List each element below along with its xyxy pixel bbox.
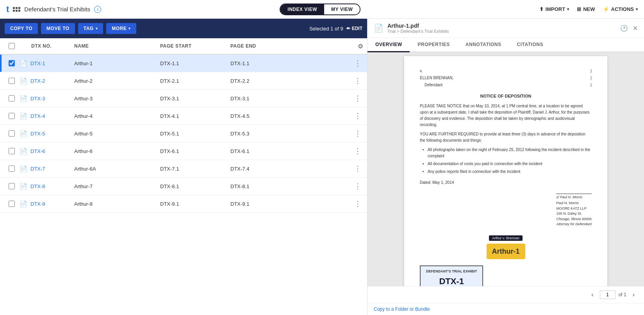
- row-menu-button[interactable]: ⋮: [352, 77, 363, 85]
- exhibits-table: DTX NO. NAME PAGE START PAGE END ⚙ 📄 DTX…: [0, 38, 367, 315]
- row-page-end-col: DTX-3.1: [230, 96, 301, 101]
- signature-block: s/ Paul N. Morris Paul N. Morris MOORE K…: [420, 194, 592, 227]
- row-menu-button[interactable]: ⋮: [352, 94, 363, 103]
- row-menu-button[interactable]: ⋮: [352, 59, 363, 68]
- row-name-col: Arthur-7: [74, 183, 160, 189]
- doc-file-icon: 📄: [20, 148, 27, 155]
- file-details: Arthur-1.pdf Trial > Defendant's Trial E…: [387, 23, 449, 34]
- left-panel: COPY TO MOVE TO TAG ▾ MORE ▾ Selected 1 …: [0, 19, 367, 315]
- import-chevron-icon: ▾: [567, 7, 569, 11]
- document-page: v. ) ELLEN BRENNAN, ) Defendant ) NOTICE…: [404, 56, 607, 286]
- exhibit-name-label: Arthur-1: [487, 244, 525, 260]
- import-button[interactable]: ⬆ IMPORT ▾: [539, 6, 569, 12]
- row-checkbox-0[interactable]: [9, 60, 15, 66]
- lightning-icon: ⚡: [603, 6, 609, 12]
- close-button[interactable]: ✕: [633, 25, 638, 32]
- row-dtx-col: 📄 DTX-2: [20, 77, 74, 85]
- row-checkbox-8[interactable]: [9, 201, 15, 207]
- dtx-id: DTX-9: [30, 201, 45, 207]
- row-checkbox-7[interactable]: [9, 183, 15, 189]
- doc-para2: YOU ARE FURTHER REQUIRED to provide at l…: [420, 131, 592, 144]
- dtx-no-header: DTX NO.: [20, 43, 74, 49]
- sig-name: s/ Paul N. Morris: [556, 194, 592, 200]
- dtx-stamp-wrapper: DEFENDANT'S TRIAL EXHIBIT DTX-1 No. 14-C…: [420, 265, 592, 286]
- row-page-end-col: DTX-4.5: [230, 113, 301, 119]
- file-breadcrumb: Trial > Defendant's Trial Exhibits: [387, 29, 449, 34]
- row-checkbox-col: [4, 113, 20, 119]
- file-info: 📄 Arthur-1.pdf Trial > Defendant's Trial…: [374, 23, 449, 34]
- row-dtx-col: 📄 DTX-3: [20, 95, 74, 102]
- page-start-header: PAGE START: [160, 43, 230, 49]
- row-checkbox-col: [4, 183, 20, 189]
- table-row[interactable]: 📄 DTX-9 Arthur-8 DTX-9.1 DTX-9.1 ⋮: [0, 195, 367, 213]
- header-checkbox-col: [4, 43, 20, 49]
- row-checkbox-4[interactable]: [9, 130, 15, 137]
- row-name-col: Arthur-4: [74, 113, 160, 119]
- tab-properties[interactable]: PROPERTIES: [410, 38, 457, 52]
- view-toggle-group: INDEX VIEW MY VIEW: [280, 4, 360, 15]
- row-name-col: Arthur-6: [74, 148, 160, 154]
- actions-chevron-icon: ▾: [636, 7, 638, 11]
- row-menu-button[interactable]: ⋮: [352, 129, 363, 138]
- actions-button[interactable]: ⚡ ACTIONS ▾: [603, 6, 638, 12]
- table-row[interactable]: 📄 DTX-4 Arthur-4 DTX-4.1 DTX-4.5 ⋮: [0, 107, 367, 125]
- row-name-col: Arthur-5: [74, 131, 160, 137]
- info-icon[interactable]: i: [94, 6, 101, 13]
- new-label: NEW: [583, 6, 595, 12]
- table-row[interactable]: 📄 DTX-1 Arthur-1 DTX-1.1 DTX-1.1 ⋮: [0, 55, 367, 72]
- row-menu-button[interactable]: ⋮: [352, 199, 363, 208]
- row-menu-button[interactable]: ⋮: [352, 182, 363, 190]
- row-menu-button[interactable]: ⋮: [352, 164, 363, 173]
- prev-page-button[interactable]: ‹: [588, 290, 596, 300]
- next-page-button[interactable]: ›: [630, 290, 638, 300]
- table-row[interactable]: 📄 DTX-5 Arthur-5 DTX-5.1 DTX-5.3 ⋮: [0, 125, 367, 142]
- row-checkbox-1[interactable]: [9, 78, 15, 84]
- row-dtx-col: 📄 DTX-6: [20, 148, 74, 155]
- row-name-col: Arthur-2: [74, 78, 160, 84]
- paren3: ): [590, 82, 592, 88]
- move-to-button[interactable]: MOVE TO: [41, 23, 75, 34]
- main-content: COPY TO MOVE TO TAG ▾ MORE ▾ Selected 1 …: [0, 19, 644, 315]
- defendant-name: ELLEN BRENNAN,: [420, 75, 453, 81]
- row-menu-button[interactable]: ⋮: [352, 147, 363, 155]
- tab-citations[interactable]: CITATIONS: [509, 38, 551, 52]
- tab-overview[interactable]: OVERVIEW: [367, 38, 410, 52]
- import-label: IMPORT: [546, 6, 566, 12]
- edit-button[interactable]: ✏ EDIT: [346, 26, 362, 31]
- tag-button[interactable]: TAG ▾: [78, 23, 103, 34]
- row-checkbox-2[interactable]: [9, 95, 15, 101]
- table-row[interactable]: 📄 DTX-2 Arthur-2 DTX-2.1 DTX-2.2 ⋮: [0, 72, 367, 90]
- doc-file-icon: 📄: [20, 183, 27, 190]
- doc-bullet2: All documentation of costs you paid in c…: [428, 161, 592, 167]
- history-button[interactable]: 🕐: [620, 25, 628, 32]
- row-menu-col: ⋮: [301, 77, 363, 85]
- row-checkbox-6[interactable]: [9, 166, 15, 172]
- signature-lines: s/ Paul N. Morris Paul N. Morris MOORE K…: [556, 194, 592, 227]
- sig-line3: 100 N. Daley St.: [556, 211, 592, 217]
- grid-icon: [13, 7, 20, 12]
- row-page-start-col: DTX-3.1: [160, 96, 230, 101]
- row-page-end-col: DTX-9.1: [230, 201, 301, 207]
- more-button[interactable]: MORE ▾: [106, 23, 136, 34]
- row-menu-button[interactable]: ⋮: [352, 112, 363, 120]
- stamp-number: DTX-1: [426, 274, 477, 286]
- row-name-col: Arthur-1: [74, 61, 160, 66]
- table-row[interactable]: 📄 DTX-8 Arthur-7 DTX-8.1 DTX-8.1 ⋮: [0, 178, 367, 195]
- actions-label: ACTIONS: [611, 6, 634, 12]
- tab-annotations[interactable]: ANNOTATIONS: [458, 38, 509, 52]
- new-button[interactable]: ⊞ NEW: [577, 6, 595, 12]
- settings-gear-button[interactable]: ⚙: [358, 43, 363, 50]
- copy-folder-link[interactable]: Copy to a Folder or Bundle: [367, 303, 644, 315]
- my-view-button[interactable]: MY VIEW: [324, 4, 360, 14]
- row-checkbox-5[interactable]: [9, 148, 15, 154]
- table-row[interactable]: 📄 DTX-6 Arthur-6 DTX-6.1 DTX-6.1 ⋮: [0, 142, 367, 160]
- row-page-start-col: DTX-2.1: [160, 78, 230, 84]
- page-number-input[interactable]: [600, 290, 615, 299]
- table-row[interactable]: 📄 DTX-7 Arthur-6A DTX-7.1 DTX-7.4 ⋮: [0, 160, 367, 178]
- select-all-checkbox[interactable]: [9, 43, 15, 49]
- row-checkbox-3[interactable]: [9, 113, 15, 119]
- sig-line1: Paul N. Morris: [556, 201, 592, 206]
- copy-to-button[interactable]: COPY TO: [5, 23, 38, 34]
- index-view-button[interactable]: INDEX VIEW: [280, 4, 324, 14]
- table-row[interactable]: 📄 DTX-3 Arthur-3 DTX-3.1 DTX-3.1 ⋮: [0, 90, 367, 107]
